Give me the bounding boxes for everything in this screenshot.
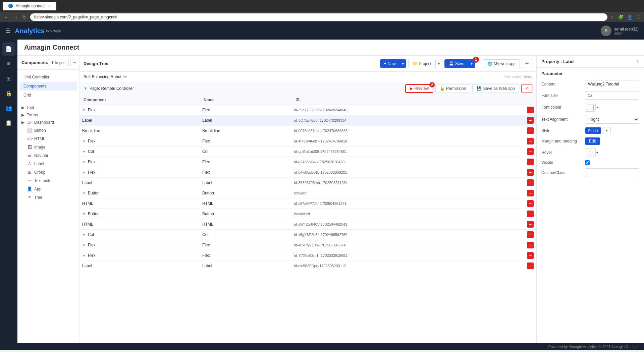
design-actions: + New ▾ 📁 Project (380, 59, 532, 68)
new-tab-button[interactable]: + (59, 3, 65, 9)
category-iot[interactable]: ▶ IOT Dashboard (17, 119, 79, 126)
sidebar-icon-layers[interactable]: ≡ (2, 57, 15, 70)
table-row[interactable]: ▼ Flex Flex id-4f79W46db7-1702474794010 … (79, 136, 536, 146)
category-forms[interactable]: ▶ Forms (17, 111, 79, 119)
import-button[interactable]: ⬇ Import (48, 59, 68, 66)
tree-cell-delete: − (524, 115, 536, 126)
hover-dropdown-arrow[interactable]: ▾ (596, 151, 598, 155)
color-dropdown-arrow[interactable]: ▾ (597, 106, 599, 109)
table-row[interactable]: ▼ Flex Flex id-35d72G2v2p-1702468244846 … (79, 105, 536, 115)
sidebar-icon-dashboard[interactable]: ⊞ (2, 72, 15, 85)
collapse-button[interactable]: ∧ (636, 59, 639, 64)
comp-item-image[interactable]: 🖼 Image (17, 143, 79, 151)
sidebar-icon-page[interactable]: 📄 (2, 42, 15, 56)
forward-button[interactable]: → (12, 14, 19, 20)
sidebar-icon-users[interactable]: 👥 (2, 101, 15, 115)
delete-row-button[interactable]: − (527, 138, 534, 144)
menu-toggle-icon[interactable]: ☰ (5, 27, 11, 35)
delete-row-button[interactable]: − (527, 262, 534, 269)
browser-tab-active[interactable]: 🔵 Aimagin connect × (3, 2, 56, 10)
delete-row-button[interactable]: − (527, 200, 534, 207)
comp-item-app[interactable]: 👤 App (17, 185, 79, 193)
bookmark-icon[interactable]: ☆ (609, 14, 615, 20)
delete-row-button[interactable]: − (527, 221, 534, 228)
tab-close-btn[interactable]: × (48, 4, 50, 8)
table-row[interactable]: ▼ Button Button backward − (79, 209, 536, 219)
close-page-button[interactable]: × (521, 84, 532, 93)
comp-item-group[interactable]: ⊞ Group (17, 168, 79, 176)
new-button[interactable]: + New (380, 59, 400, 68)
delete-row-button[interactable]: − (527, 231, 534, 238)
delete-row-button[interactable]: − (527, 117, 534, 124)
hover-box[interactable]: ⬚ (585, 148, 596, 157)
table-row[interactable]: Label Label id-35303795mb-1702503871981 … (79, 178, 536, 188)
table-row[interactable]: Label Label id-3C71q76dbt-1702470299334 … (79, 115, 536, 126)
refresh-button[interactable]: ↻ (21, 14, 28, 20)
user-avatar: S (601, 25, 611, 36)
fontsize-input[interactable] (585, 92, 639, 100)
table-row[interactable]: ▼ Button Button forward − (79, 188, 536, 198)
tree-cell-id: forward (291, 188, 524, 198)
table-row[interactable]: ▼ Col Col id-ppiEo1m308-1702499284561 − (79, 146, 536, 157)
table-row[interactable]: ▼ Flex Flex id-48xPty710h-1702502749374 … (79, 240, 536, 250)
nav-grid[interactable]: Grid (19, 91, 77, 100)
nav-hmi-controller[interactable]: HMI Controller (19, 73, 77, 81)
myweb-button[interactable]: 🌐 My web app (483, 59, 520, 68)
project-dropdown-button[interactable]: ▾ (436, 59, 442, 68)
sidebar-icon-lock[interactable]: 🔒 (2, 86, 15, 100)
visible-checkbox[interactable] (585, 160, 590, 165)
project-button[interactable]: 📁 Project (408, 59, 436, 68)
delete-row-button[interactable]: − (527, 159, 534, 165)
comp-item-label[interactable]: A Label (17, 160, 79, 168)
comp-item-navbar[interactable]: ☰ Nav bar (17, 151, 79, 160)
back-button[interactable]: ← (3, 14, 10, 20)
component-type-label: Flex (88, 243, 96, 247)
tree-cell-id: id-Y7X6x82m1I-1702502915691 (291, 250, 524, 261)
category-arrow-forms: ▶ (21, 113, 24, 117)
margin-edit-button[interactable]: Edit (585, 137, 600, 145)
table-row[interactable]: HTML HTML id-sW425r840V-1702504482041 − (79, 219, 536, 230)
menu-icon[interactable]: ⋮ (635, 14, 641, 20)
content-input[interactable] (585, 80, 639, 88)
permission-button[interactable]: 🔒 Permission (435, 84, 470, 93)
delete-row-button[interactable]: − (527, 252, 534, 259)
save-button[interactable]: 💾 Save (444, 59, 469, 68)
nav-components[interactable]: Components (19, 82, 77, 91)
new-dropdown-button[interactable]: ▾ (400, 59, 406, 68)
delete-row-button[interactable]: − (527, 179, 534, 186)
table-row[interactable]: ▼ Col Col id-x5gX6P2b64-1702499592769 − (79, 230, 536, 240)
comp-item-html[interactable]: </> HTML (17, 134, 79, 143)
delete-row-button[interactable]: − (527, 127, 534, 134)
delete-row-button[interactable]: − (527, 242, 534, 248)
style-dropdown-button[interactable]: ▾ (603, 127, 611, 134)
table-row[interactable]: ▼ Flex Flex id-b4w05pbc4L-1702502809201 … (79, 167, 536, 178)
profile-icon[interactable]: 👤 (626, 14, 633, 20)
category-tool[interactable]: ▶ Tool (17, 104, 79, 111)
save-as-web-button[interactable]: 💾 Save as Web app (472, 84, 519, 93)
table-row[interactable]: ▼ Flex Flex id-Y7X6x82m1I-1702502915691 … (79, 250, 536, 261)
eye-button[interactable]: 👁 (522, 59, 532, 68)
style-select-button[interactable]: Select (585, 127, 601, 134)
delete-row-button[interactable]: − (527, 107, 534, 113)
alignment-select[interactable]: Left Center Right (585, 115, 639, 124)
table-row[interactable]: HTML HTML id-s57aMP7Jkf-1702504361371 − (79, 198, 536, 209)
table-row[interactable]: Label Label id-nw562FDprj-1702505203112 … (79, 261, 536, 271)
comp-item-texteditor[interactable]: ✏ Text editor (17, 176, 79, 185)
font-color-picker[interactable] (585, 103, 596, 112)
preview-button[interactable]: ▶ Preview 2 (405, 84, 433, 93)
delete-row-button[interactable]: − (527, 190, 534, 196)
delete-row-button[interactable]: − (527, 148, 534, 155)
comp-item-button[interactable]: ⬜ Button (17, 126, 79, 134)
table-row[interactable]: Break line Break line id-0075c967m4-1702… (79, 126, 536, 136)
edit-component-button[interactable]: ✏ (70, 59, 79, 66)
delete-row-button[interactable]: − (527, 211, 534, 217)
table-row[interactable]: ▼ Flex Flex id-q2438o74k-1702502620430 − (79, 157, 536, 167)
customclass-input[interactable] (585, 168, 639, 177)
delete-row-button[interactable]: − (527, 169, 534, 176)
col-id: ID (291, 95, 524, 105)
edit-project-icon[interactable]: ✏ (123, 74, 127, 79)
comp-item-tree[interactable]: ≡ Tree (17, 193, 79, 201)
address-bar[interactable] (30, 13, 607, 21)
extensions-icon[interactable]: 🧩 (617, 14, 624, 20)
sidebar-icon-docs[interactable]: 📋 (2, 116, 15, 129)
